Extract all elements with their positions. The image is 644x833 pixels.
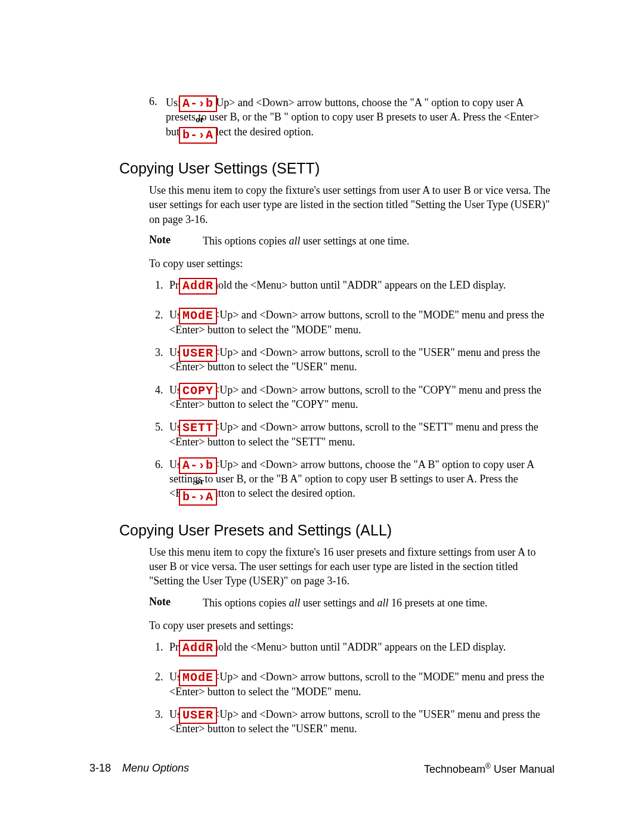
- step-text: Press and hold the <Menu> button until "…: [166, 640, 555, 654]
- led-b-to-a: b-›A: [179, 489, 217, 506]
- sett-step4-icon: COPY: [179, 383, 221, 400]
- all-step3-icon: USER: [179, 707, 221, 724]
- note-ital: all: [289, 235, 301, 247]
- led-mode: MOdE: [179, 308, 217, 324]
- top-step6-row: A-›b or b-›A 6. Using the <Up> and <Down…: [89, 95, 555, 149]
- sett-step6-icons: A-›b or b-›A: [179, 457, 221, 506]
- registered-icon: ®: [485, 762, 491, 770]
- all-step2-icon: MOdE: [179, 670, 221, 686]
- note-post: 16 presets at one time.: [389, 597, 488, 609]
- note-ital2: all: [377, 597, 389, 609]
- led-copy: COPY: [179, 383, 217, 400]
- all-intro: Use this menu item to copy the fixture's…: [149, 545, 555, 589]
- or-label: or: [179, 114, 221, 125]
- sett-step5-row: SETT Using the <Up> and <Down> arrow but…: [89, 420, 555, 449]
- all-step3-row: USER Using the <Up> and <Down> arrow but…: [89, 707, 555, 736]
- step-text: Press and hold the <Menu> button until "…: [166, 278, 555, 292]
- top-step6-icons: A-›b or b-›A: [179, 95, 221, 144]
- page-number: 3-18: [89, 762, 111, 774]
- led-addr: AddR: [179, 278, 217, 295]
- step-number: 6.: [149, 95, 166, 139]
- sett-step1-icon: AddR: [179, 278, 221, 295]
- sett-step3-row: USER Using the <Up> and <Down> arrow but…: [89, 345, 555, 374]
- manual-label: User Manual: [491, 763, 555, 775]
- sett-step2-row: MOdE Using the <Up> and <Down> arrow but…: [89, 308, 555, 337]
- step-text: Using the <Up> and <Down> arrow buttons,…: [166, 383, 555, 412]
- led-user: USER: [179, 345, 217, 362]
- footer-left: 3-18 Menu Options: [89, 762, 189, 776]
- note-text: This options copies all user settings an…: [203, 596, 487, 610]
- note-label: Note: [149, 234, 203, 248]
- note-post: user settings at one time.: [301, 235, 410, 247]
- all-intro-block: Use this menu item to copy the fixture's…: [149, 545, 555, 633]
- heading-all: Copying User Presets and Settings (ALL): [119, 522, 555, 539]
- all-step1-icon: AddR: [179, 640, 221, 657]
- led-a-to-b: A-›b: [179, 95, 217, 112]
- note-pre: This options copies: [203, 235, 289, 247]
- footer-right: Technobeam® User Manual: [424, 762, 555, 776]
- sett-step6-row: A-›b or b-›A Using the <Up> and <Down> a…: [89, 457, 555, 511]
- step-text: Using the <Up> and <Down> arrow buttons,…: [166, 345, 555, 374]
- led-user: USER: [179, 707, 217, 724]
- step-text: Using the <Up> and <Down> arrow buttons,…: [166, 670, 555, 699]
- note-ital1: all: [289, 597, 301, 609]
- step-text: Using the <Up> and <Down> arrow buttons,…: [166, 420, 555, 449]
- led-b-to-a: b-›A: [179, 127, 217, 144]
- all-note: Note This options copies all user settin…: [149, 596, 555, 610]
- sett-step1-row: AddR Press and hold the <Menu> button un…: [89, 278, 555, 305]
- sett-intro: Use this menu item to copy the fixture's…: [149, 183, 555, 227]
- all-step2-row: MOdE Using the <Up> and <Down> arrow but…: [89, 670, 555, 699]
- step-text: Using the <Up> and <Down> arrow buttons,…: [166, 707, 555, 736]
- page-footer: 3-18 Menu Options Technobeam® User Manua…: [89, 762, 555, 776]
- or-label: or: [179, 476, 221, 487]
- sett-intro-block: Use this menu item to copy the fixture's…: [149, 183, 555, 271]
- led-addr: AddR: [179, 640, 217, 657]
- footer-section: Menu Options: [122, 762, 189, 774]
- note-pre: This options copies: [203, 597, 289, 609]
- note-text: This options copies all user settings at…: [203, 234, 409, 248]
- sett-step4-row: COPY Using the <Up> and <Down> arrow but…: [89, 383, 555, 412]
- sett-note: Note This options copies all user settin…: [149, 234, 555, 248]
- led-sett: SETT: [179, 420, 217, 436]
- note-label: Note: [149, 596, 203, 610]
- product-name: Technobeam: [424, 763, 485, 775]
- sett-step5-icon: SETT: [179, 420, 221, 436]
- note-mid: user settings and: [301, 597, 377, 609]
- heading-sett: Copying User Settings (SETT): [119, 160, 555, 177]
- manual-page: A-›b or b-›A 6. Using the <Up> and <Down…: [0, 0, 644, 833]
- step-text: Using the <Up> and <Down> arrow buttons,…: [166, 308, 555, 337]
- all-step1-row: AddR Press and hold the <Menu> button un…: [89, 640, 555, 667]
- step-text: Using the <Up> and <Down> arrow buttons,…: [166, 95, 555, 139]
- sett-step3-icon: USER: [179, 345, 221, 362]
- sett-to-copy: To copy user settings:: [149, 256, 555, 271]
- sett-step2-icon: MOdE: [179, 308, 221, 324]
- led-mode: MOdE: [179, 670, 217, 686]
- led-a-to-b: A-›b: [179, 457, 217, 474]
- all-to-copy: To copy user presets and settings:: [149, 618, 555, 633]
- step-text: Using the <Up> and <Down> arrow buttons,…: [166, 457, 555, 501]
